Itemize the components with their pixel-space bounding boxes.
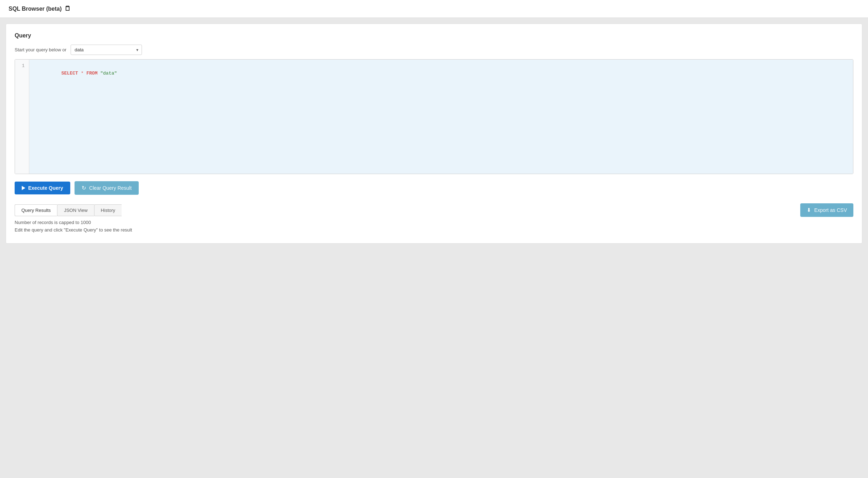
query-header: Start your query below or data ▾ <box>15 45 853 55</box>
tab-history[interactable]: History <box>94 204 122 216</box>
tab-query-results[interactable]: Query Results <box>15 204 57 216</box>
table-dropdown-wrapper[interactable]: data ▾ <box>71 45 142 55</box>
tab-history-label: History <box>101 208 115 213</box>
tab-json-view-wrapper: JSON View <box>57 204 94 216</box>
keyword-star: * <box>78 71 86 76</box>
app-title: SQL Browser (beta) 🗒 <box>9 5 71 12</box>
tab-json-view[interactable]: JSON View <box>57 204 94 216</box>
line-numbers: 1 <box>15 60 29 174</box>
button-row: Execute Query ↻ Clear Query Result <box>15 181 853 195</box>
tab-query-results-label: Query Results <box>21 208 51 213</box>
export-csv-button[interactable]: ⬇ Export as CSV <box>800 203 853 217</box>
tabs-group: Query Results JSON View History <box>15 204 122 216</box>
section-title: Query <box>15 32 853 39</box>
execute-query-hint: Edit the query and click "Execute Query"… <box>15 227 853 233</box>
table-name-string: "data" <box>100 71 117 76</box>
execute-query-label: Execute Query <box>28 185 63 191</box>
play-icon <box>22 186 25 190</box>
line-number-1: 1 <box>19 62 25 70</box>
app-title-text: SQL Browser (beta) <box>9 6 62 12</box>
top-bar: SQL Browser (beta) 🗒 <box>0 0 868 18</box>
main-content: Query Start your query below or data ▾ 1… <box>6 24 862 244</box>
code-line-1: SELECT * FROM "data" <box>34 62 849 85</box>
tab-query-results-wrapper: Query Results <box>15 204 57 216</box>
clear-query-label: Clear Query Result <box>89 185 132 191</box>
execute-query-button[interactable]: Execute Query <box>15 182 70 194</box>
query-label: Start your query below or <box>15 47 66 52</box>
keyword-select: SELECT <box>61 71 78 76</box>
download-icon: ⬇ <box>807 207 811 213</box>
tab-json-view-label: JSON View <box>64 208 87 213</box>
tabs-row: Query Results JSON View History ⬇ Export… <box>15 203 853 217</box>
code-editor[interactable]: 1 SELECT * FROM "data" <box>15 60 853 174</box>
records-cap-info: Number of records is capped to 1000 <box>15 220 853 225</box>
app-icon: 🗒 <box>65 5 71 12</box>
tab-history-wrapper: History <box>94 204 122 216</box>
keyword-from: FROM <box>86 71 97 76</box>
code-editor-container: 1 SELECT * FROM "data" <box>15 59 853 174</box>
export-csv-label: Export as CSV <box>814 207 847 213</box>
refresh-icon: ↻ <box>82 185 86 191</box>
table-select[interactable]: data <box>71 45 142 55</box>
code-content[interactable]: SELECT * FROM "data" <box>29 60 853 174</box>
clear-query-button[interactable]: ↻ Clear Query Result <box>75 181 139 195</box>
